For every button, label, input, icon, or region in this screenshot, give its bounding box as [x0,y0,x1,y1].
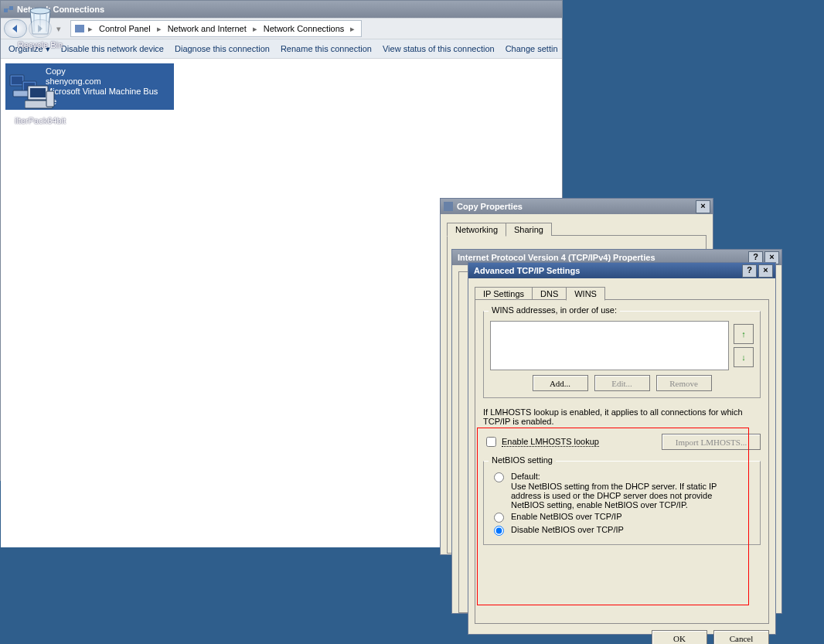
tab-wins[interactable]: WINS [566,287,605,301]
lmhosts-hint: If LMHOSTS lookup is enabled, it applies… [483,407,761,426]
desktop-icon-label: ilterPack64bit [12,116,69,125]
wins-address-list[interactable] [490,321,729,370]
help-button[interactable]: ? [742,264,757,278]
wins-addresses-label: WINS addresses, in order of use: [489,305,620,315]
advanced-tcpip-dialog: Advanced TCP/IP Settings ? × IP Settings… [468,262,776,635]
move-down-button[interactable]: ↓ [734,347,754,367]
ok-button[interactable]: OK [652,630,707,644]
window-icon [443,201,454,212]
move-up-button[interactable]: ↑ [734,324,754,344]
close-button[interactable]: × [696,200,710,213]
nc-command-bar: Organize ▾ Disable this network device D… [1,39,562,59]
close-button[interactable]: × [758,264,773,278]
advanced-title: Advanced TCP/IP Settings [471,266,742,275]
copy-properties-title: Copy Properties [454,202,696,211]
ipv4-title: Internet Protocol Version 4 (TCP/IPv4) P… [455,253,748,262]
crumb-2[interactable]: Network and Internet [165,24,250,33]
svg-rect-5 [4,9,8,12]
svg-rect-2 [30,88,46,97]
computer-icon [25,83,56,113]
cancel-button[interactable]: Cancel [713,630,769,644]
desktop-icon-label: Recycle Bin [12,40,69,49]
svg-rect-13 [444,202,453,211]
svg-point-0 [30,8,50,14]
arrow-down-icon: ↓ [741,353,746,362]
arrow-up-icon: ↑ [741,329,746,339]
tab-networking[interactable]: Networking [447,223,506,237]
cmd-change[interactable]: Change settin [506,44,558,53]
svg-rect-7 [75,25,84,32]
desktop-icon-filterpack[interactable]: ilterPack64bit [12,83,69,125]
arrow-right-icon [35,23,46,34]
advanced-titlebar[interactable]: Advanced TCP/IP Settings ? × [468,263,775,278]
crumb-1[interactable]: Control Panel [96,24,154,33]
forward-button [29,19,52,38]
cmd-disable[interactable]: Disable this network device [61,44,164,53]
nc-titlebar[interactable]: Network Connections [1,1,562,18]
cmd-diagnose[interactable]: Diagnose this connection [175,44,270,53]
breadcrumb[interactable]: ▸ Control Panel ▸ Network and Internet ▸… [70,20,362,37]
tab-ip-settings[interactable]: IP Settings [475,287,533,300]
tab-sharing[interactable]: Sharing [506,223,552,236]
tab-dns[interactable]: DNS [532,287,567,300]
cmd-view-status[interactable]: View status of this connection [383,44,495,53]
copy-properties-titlebar[interactable]: Copy Properties × [441,199,713,214]
remove-button: Remove [656,375,712,391]
crumb-3[interactable]: Network Connections [260,24,348,33]
nc-title: Network Connections [14,5,560,14]
control-panel-icon [74,23,85,34]
add-button[interactable]: Add... [533,375,588,391]
breadcrumb-sep: ▸ [85,24,96,34]
edit-button: Edit... [594,375,650,391]
svg-rect-4 [46,91,54,107]
annotation-red-box [477,428,749,605]
cmd-rename[interactable]: Rename this connection [281,44,372,53]
connection-name: Copy [46,66,171,77]
nc-nav-bar: ▾ ▸ Control Panel ▸ Network and Internet… [1,18,562,39]
